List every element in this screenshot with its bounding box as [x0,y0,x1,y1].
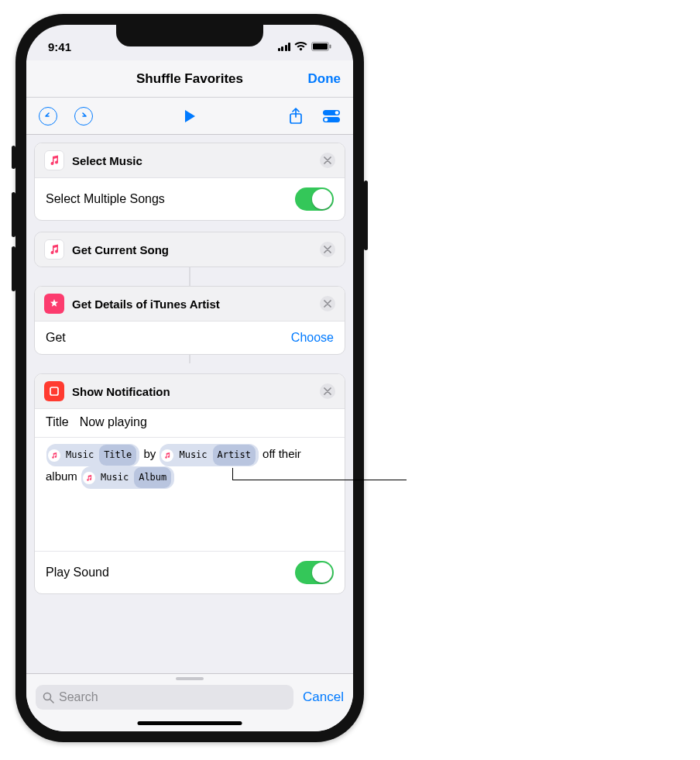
action-select-music: Select Music Select Multiple Songs [34,143,345,221]
row-play-sound: Play Sound [35,551,345,593]
run-button[interactable] [179,105,201,127]
svg-point-9 [44,693,51,700]
action-title: Select Music [72,154,320,167]
variable-token[interactable]: MusicTitle [46,444,139,466]
grabber-handle[interactable] [176,677,204,680]
remove-action-button[interactable] [320,242,335,257]
row-select-multiple: Select Multiple Songs [35,178,345,220]
title-field-value[interactable]: Now playing [80,415,147,429]
done-button[interactable]: Done [308,71,341,87]
settings-button[interactable] [321,105,342,127]
action-get-current-song: Get Current Song [34,232,345,267]
variable-token[interactable]: MusicArtist [160,444,258,466]
token-sub: Album [134,467,171,488]
toggle-select-multiple[interactable] [295,187,334,211]
message-field[interactable]: MusicTitle by MusicArtist off their albu… [35,437,345,551]
status-time: 9:41 [48,40,71,53]
search-placeholder: Search [59,690,98,704]
redo-button[interactable] [73,105,94,127]
row-label: Get [46,331,66,345]
token-main: Music [177,445,209,465]
screen: 9:41 Shuffle Favorites Done [26,25,353,731]
search-icon [43,692,54,703]
token-main: Music [63,445,96,465]
svg-rect-2 [330,45,331,49]
search-input[interactable]: Search [36,685,293,710]
music-icon [161,449,173,462]
action-title: Get Current Song [72,243,320,256]
token-sub: Title [99,445,136,466]
row-label: Play Sound [46,566,109,579]
remove-action-button[interactable] [320,153,335,168]
svg-point-7 [324,118,328,122]
side-button [364,181,368,250]
phone-frame: 9:41 Shuffle Favorites Done [15,14,364,742]
choose-button[interactable]: Choose [291,331,334,345]
notification-icon [44,381,64,401]
remove-action-button[interactable] [320,296,335,311]
title-field-label: Title [46,415,69,429]
variable-token[interactable]: MusicAlbum [81,466,174,489]
music-icon [48,449,60,462]
action-group: Get Current Song Get Details of iTunes A… [34,232,345,594]
music-icon [44,150,64,170]
toolbar [26,98,353,135]
action-show-notification: Show Notification Title Now playing Musi… [34,373,345,594]
music-icon [83,472,95,484]
battery-icon [311,42,331,51]
action-get-details-itunes-artist: Get Details of iTunes Artist Get Choose [34,286,345,355]
token-sub: Artist [213,445,256,466]
svg-line-10 [50,700,53,703]
row-get: Get Choose [35,322,345,354]
cellular-icon [278,43,291,51]
navbar: Shuffle Favorites Done [26,60,353,98]
home-indicator[interactable] [138,721,242,725]
status-right [278,42,332,51]
row-title[interactable]: Title Now playing [35,409,345,437]
page-title: Shuffle Favorites [136,71,243,87]
bottom-bar: Search Cancel [26,673,353,731]
volume-down [12,246,15,291]
music-icon [44,239,64,260]
svg-point-5 [335,111,339,115]
wifi-icon [294,42,307,51]
undo-button[interactable] [37,105,59,127]
itunes-icon [44,294,64,314]
cancel-button[interactable]: Cancel [303,690,344,705]
toggle-play-sound[interactable] [295,561,334,584]
share-button[interactable] [285,105,307,127]
notch [116,25,263,46]
actions-list[interactable]: Select Music Select Multiple Songs [26,135,353,673]
callout-line [232,480,407,480]
row-label: Select Multiple Songs [46,192,165,206]
token-main: Music [98,468,131,487]
remove-action-button[interactable] [320,383,335,399]
action-title: Show Notification [72,385,320,398]
mute-switch [12,146,15,169]
volume-up [12,192,15,237]
svg-rect-8 [50,387,58,395]
svg-rect-1 [313,43,328,50]
action-title: Get Details of iTunes Artist [72,297,320,311]
